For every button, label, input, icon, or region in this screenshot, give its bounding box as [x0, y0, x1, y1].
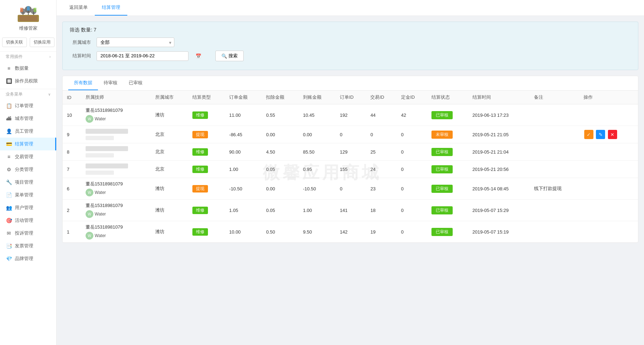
tab-all-data[interactable]: 所有数据: [68, 76, 98, 90]
cell-trade-id: 44: [366, 104, 396, 126]
sidebar-item-settle[interactable]: 💳 结算管理: [0, 138, 56, 150]
status-badge: 已审核: [431, 111, 453, 119]
cell-settle-time: 2019-05-21 21:05: [468, 126, 530, 143]
sidebar-item-complaint[interactable]: ✉ 投诉管理: [0, 227, 56, 240]
cell-order-id: 192: [336, 104, 366, 126]
logo-icon: [16, 4, 41, 24]
cell-status: 已审核: [427, 161, 468, 178]
cell-trade-id: 23: [366, 178, 396, 200]
cell-order-amount: 1.00: [225, 161, 262, 178]
date-filter-row: 结算时间 📅 🔍 搜索: [70, 51, 631, 61]
cell-remark: 线下打款提现: [530, 178, 579, 200]
filter-title: 筛选 数量: 7: [70, 27, 631, 33]
cell-city: 潍坊: [151, 178, 188, 200]
search-button[interactable]: 🔍 搜索: [215, 51, 244, 61]
action-check-btn[interactable]: ✓: [584, 130, 593, 139]
cell-deposit-id: 0: [397, 200, 427, 221]
cell-action[interactable]: [579, 221, 638, 243]
cell-trade-id: 0: [366, 126, 396, 143]
tab-pending[interactable]: 待审核: [98, 76, 123, 90]
tab-back[interactable]: 返回菜单: [62, 0, 95, 16]
date-label: 结算时间: [70, 53, 91, 59]
col-tech: 所属技师: [81, 91, 151, 104]
cell-status: 未审核: [427, 126, 468, 143]
tab-settle[interactable]: 结算管理: [95, 0, 127, 16]
status-badge: 已审核: [431, 228, 453, 236]
date-range-input[interactable]: [97, 51, 188, 61]
cell-id: 10: [63, 104, 81, 126]
sidebar-item-user[interactable]: 👥 用户管理: [0, 201, 56, 214]
cell-action[interactable]: [579, 143, 638, 161]
status-badge: 已审核: [431, 165, 453, 173]
table-row: 1 董岳15318981079 W Water 潍坊 维修 10.00 0.50…: [63, 221, 638, 243]
table-tab-bar: 所有数据 待审核 已审核: [63, 76, 638, 91]
cell-action[interactable]: [579, 200, 638, 221]
cell-deduct: 4.50: [262, 143, 298, 161]
cell-settle-time: 2019-05-21 20:56: [468, 161, 530, 178]
tab-approved[interactable]: 已审核: [123, 76, 148, 90]
col-order-amount: 订单金额: [225, 91, 262, 104]
cell-deduct: 0.55: [262, 104, 298, 126]
cell-id: 8: [63, 143, 81, 161]
sidebar-item-brand[interactable]: 💎 品牌管理: [0, 252, 56, 265]
cell-order-amount: -86.45: [225, 126, 262, 143]
activity-icon: 🎯: [6, 217, 12, 224]
app-title: 维修管家: [19, 25, 37, 31]
calendar-icon[interactable]: 📅: [196, 53, 201, 59]
menu-icon: 📄: [6, 192, 12, 198]
cell-action[interactable]: [579, 104, 638, 126]
cell-tech: [81, 143, 151, 161]
svg-text:W: W: [88, 212, 91, 216]
col-type: 结算类型: [188, 91, 225, 104]
cell-order-id: 0: [336, 126, 366, 143]
user-icon: 👥: [6, 205, 12, 211]
cell-order-id: 142: [336, 221, 366, 243]
sidebar-item-staff[interactable]: 👤 员工管理: [0, 125, 56, 138]
cell-city: 北京: [151, 143, 188, 161]
sidebar-item-activity[interactable]: 🎯 活动管理: [0, 214, 56, 227]
sidebar-item-extra[interactable]: ≡ 数据量: [0, 62, 56, 75]
switch-app-button[interactable]: 切换应用: [30, 38, 54, 47]
col-trade-id: 交易ID: [366, 91, 396, 104]
cell-action[interactable]: ✓ ✎ ✕: [579, 126, 638, 143]
cell-settle-time: 2019-06-13 17:23: [468, 104, 530, 126]
city-select[interactable]: 全部 北京 潍坊: [97, 38, 174, 47]
table-row: 10 董岳15318981079 W Water 潍坊 维修 11.00 0.5…: [63, 104, 638, 126]
sidebar-item-order[interactable]: 📋 订单管理: [0, 99, 56, 112]
cell-deduct: 0.50: [262, 221, 298, 243]
switch-row: 切换关联 切换应用: [2, 38, 54, 47]
action-edit-btn[interactable]: ✎: [596, 130, 605, 139]
svg-text:W: W: [88, 117, 91, 121]
sidebar-item-category[interactable]: ⚙ 分类管理: [0, 163, 56, 176]
col-city: 所属城市: [151, 91, 188, 104]
svg-rect-9: [27, 6, 30, 11]
cell-order-amount: 10.00: [225, 221, 262, 243]
col-order-id: 订单ID: [336, 91, 366, 104]
action-delete-btn[interactable]: ✕: [608, 130, 617, 139]
table-wrapper: ID 所属技师 所属城市 结算类型 订单金额 扣除金额 到账金额 订单ID 交易…: [63, 91, 638, 242]
sidebar-item-project[interactable]: 🔧 项目管理: [0, 176, 56, 189]
cell-settle-time: 2019-05-14 08:45: [468, 178, 530, 200]
cell-order-amount: 90.00: [225, 143, 262, 161]
permission-icon: 🔲: [6, 78, 12, 84]
sidebar-item-trade[interactable]: ≡ 交易管理: [0, 150, 56, 163]
cell-city: 北京: [151, 161, 188, 178]
sidebar-item-city[interactable]: 🏙 城市管理: [0, 112, 56, 125]
cell-deposit-id: 0: [397, 126, 427, 143]
sidebar-item-permissions[interactable]: 🔲 操作员权限: [0, 75, 56, 87]
cell-action[interactable]: [579, 178, 638, 200]
cell-order-id: 141: [336, 200, 366, 221]
cell-order-id: 155: [336, 161, 366, 178]
cell-action[interactable]: [579, 161, 638, 178]
col-deduct: 扣除金额: [262, 91, 298, 104]
sidebar-item-invoice[interactable]: 📑 发票管理: [0, 240, 56, 252]
filter-section: 筛选 数量: 7 所属城市 全部 北京 潍坊 结算时间 📅 🔍 搜索: [62, 22, 638, 70]
table-row: 7 北京 维修 1.00 0.05 0.95 155 24 0 已审核 2019…: [63, 161, 638, 178]
switch-relation-button[interactable]: 切换关联: [2, 38, 27, 47]
sidebar-item-menu[interactable]: 📄 菜单管理: [0, 189, 56, 201]
cell-type: 维修: [188, 221, 225, 243]
col-remark: 备注: [530, 91, 579, 104]
type-badge: 维修: [192, 166, 208, 173]
cell-deduct: 0.05: [262, 200, 298, 221]
cell-id: 9: [63, 126, 81, 143]
